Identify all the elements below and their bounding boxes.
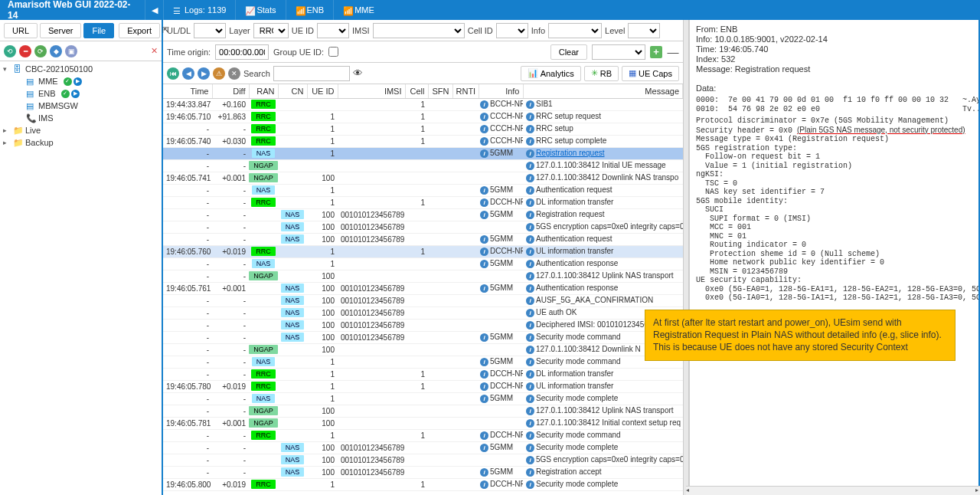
cellid-select[interactable] [496,23,528,38]
log-row[interactable]: --RRC11iDCCH-NRiDL information transfer [163,368,683,380]
search-input[interactable] [273,66,350,81]
binoculars-icon[interactable]: 👁 [353,67,363,79]
tree-item-mme[interactable]: ▤MME✓▶ [0,75,162,87]
layer-select[interactable]: RRC, [253,23,289,38]
file-button[interactable]: File [83,23,114,38]
log-row[interactable]: --NAS100001010123456789i5GMMiRegistratio… [163,466,683,478]
clear-select[interactable] [592,44,645,60]
analytics-button[interactable]: 📊Analytics [521,66,581,81]
log-row[interactable]: --NGAP100i127.0.1.100:38412 Downlink N [163,343,683,356]
splitter[interactable] [683,20,689,495]
log-row[interactable]: --NAS100001010123456789i5GMMiAuthenticat… [163,233,683,245]
col-sfn[interactable]: SFN [428,84,452,98]
log-row[interactable]: 19:46:05.800+0.019RRC11iDCCH-NRiSecurity… [163,478,683,490]
col-ran[interactable]: RAN [249,84,278,98]
url-button[interactable]: URL [4,23,38,38]
expand-icon[interactable]: ▾ [3,65,11,73]
log-row[interactable]: --NAS100001010123456789i5GMMiSecurity mo… [163,331,683,343]
log-row[interactable]: --NAS100001010123456789i5GS encryption c… [163,454,683,466]
uldl-select[interactable] [194,23,226,38]
info-select[interactable] [548,23,602,38]
log-row[interactable]: 19:46:05.740+0.030RRC11iCCCH-NRiRRC setu… [163,135,683,147]
header-tab-logs-[interactable]: ☰Logs: 1139 [163,0,235,20]
log-row[interactable]: 19:46:05.710+91.863RRC11iCCCH-NRiRRC set… [163,110,683,123]
refresh-icon[interactable]: ⟳ [34,45,47,57]
log-row[interactable]: --NAS100001010123456789i5GMMiSecurity mo… [163,441,683,454]
warn-icon[interactable]: ⚠ [213,67,225,80]
server-button[interactable]: Server [40,23,81,38]
tree-item-cbc-2021050100[interactable]: ▾🗄CBC-2021050100 [0,63,162,75]
log-row[interactable]: --NAS100001010123456789i5GS encryption c… [163,221,683,233]
log-row[interactable]: --RRC11iCCCH-NRiRRC setup [163,123,683,135]
clear-button[interactable]: Clear [550,44,587,60]
action-icon[interactable]: ◆ [50,45,62,57]
stop-icon[interactable]: ━ [19,45,31,57]
group-checkbox[interactable] [328,47,338,57]
log-row[interactable]: --NAS1i5GMMiAuthentication request [163,184,683,196]
connect-icon[interactable]: ⟲ [4,45,16,57]
log-grid[interactable]: TimeDiffRANCNUE IDIMSICellSFNRNTIInfoMes… [163,84,683,495]
add-icon[interactable]: + [650,46,662,58]
time-origin-input[interactable] [215,44,269,60]
col-cell[interactable]: Cell [405,84,428,98]
tree-item-enb[interactable]: ▤ENB✓▶ [0,87,162,100]
imsi-select[interactable] [373,23,465,38]
horizontal-scrollbar[interactable] [686,486,980,495]
expand-icon[interactable]: ▸ [3,126,11,134]
prev-icon[interactable]: ◀ [182,67,194,80]
log-row[interactable]: --NAS1i5GMMiSecurity mode complete [163,392,683,405]
log-row[interactable]: 19:46:05.761+0.001NAS100001010123456789i… [163,282,683,294]
clear-search-icon[interactable]: ✕ [228,67,240,80]
log-row[interactable]: 19:46:05.760+0.019RRC11iDCCH-NRiUL infor… [163,245,683,257]
log-row[interactable]: --NAS100001010123456789i5GMMiRegistratio… [163,208,683,221]
col-imsi[interactable]: IMSI [338,84,405,98]
expand-icon[interactable]: ▸ [3,139,11,146]
log-row[interactable]: --NAS100001010123456789iUE auth OK [163,307,683,319]
close-icon[interactable]: ✕ [151,46,158,56]
next-icon[interactable]: ▶ [198,67,210,80]
log-row[interactable]: --RRC11iDCCH-NRiDL information transfer [163,196,683,208]
tree-item-backup[interactable]: ▸📁Backup [0,136,162,149]
tree-item-ims[interactable]: 📞IMS [0,112,162,124]
status-ok-icon[interactable]: ✓ [61,90,70,98]
log-row[interactable]: --NAS1i5GMMiAuthentication response [163,257,683,270]
status-ok-icon[interactable]: ✓ [64,77,72,86]
col-time[interactable]: Time [163,84,212,98]
col-message[interactable]: Message [523,84,683,98]
log-row[interactable]: 19:44:33.847+0.160RRC1iBCCH-NRiSIB1 [163,98,683,110]
log-row[interactable]: 19:46:05.741+0.001NGAP100i127.0.1.100:38… [163,172,683,184]
col-info[interactable]: Info [479,84,523,98]
remove-icon[interactable]: — [667,46,679,58]
export-button[interactable]: Export [119,23,160,38]
col-diff[interactable]: Diff [212,84,249,98]
rb-button[interactable]: ✳RB [584,66,619,81]
col-ue-id[interactable]: UE ID [307,84,338,98]
sidebar-collapse-icon[interactable]: ◀ [145,0,163,20]
level-select[interactable] [628,23,660,38]
log-row[interactable]: --NGAPi127.0.1.100:38412 Initial UE mess… [163,159,683,172]
play-icon[interactable]: ▶ [71,90,80,98]
first-icon[interactable]: ⏮ [167,67,179,80]
log-row[interactable]: --NAS100001010123456789iAUSF_5G_AKA_CONF… [163,294,683,307]
log-row[interactable]: 19:46:05.781+0.001NGAP100i127.0.1.100:38… [163,417,683,429]
col-cn[interactable]: CN [278,84,307,98]
uecaps-button[interactable]: ▦UE Caps [622,66,679,81]
log-row[interactable]: --NAS100001010123456789iDeciphered IMSI:… [163,319,683,331]
ueid-select[interactable] [317,23,349,38]
header-tab-stats[interactable]: 📈Stats [235,0,285,20]
message-link[interactable]: Registration request [536,149,605,157]
log-row[interactable]: --NGAP100i127.0.1.100:38412 Uplink NAS t… [163,405,683,417]
log-row[interactable]: --NGAP100i127.0.1.100:38412 Uplink NAS t… [163,270,683,282]
header-tab-enb[interactable]: 📶ENB [286,0,334,20]
col-rnti[interactable]: RNTI [452,84,479,98]
log-row[interactable]: --NAS1i5GMMiRegistration request [163,147,683,159]
log-row[interactable]: --RRC11iDCCH-NRiSecurity mode command [163,429,683,441]
header-tab-mme[interactable]: 📶MME [333,0,384,20]
log-row[interactable]: 19:46:05.780+0.019RRC11iDCCH-NRiUL infor… [163,380,683,392]
log-row[interactable]: --NAS1i5GMMiSecurity mode command [163,356,683,368]
info-icon: i [480,370,488,379]
tree-item-mbmsgw[interactable]: ▤MBMSGW [0,100,162,112]
action2-icon[interactable]: ▣ [65,45,77,57]
tree-item-live[interactable]: ▸📁Live [0,124,162,136]
play-icon[interactable]: ▶ [74,77,82,86]
